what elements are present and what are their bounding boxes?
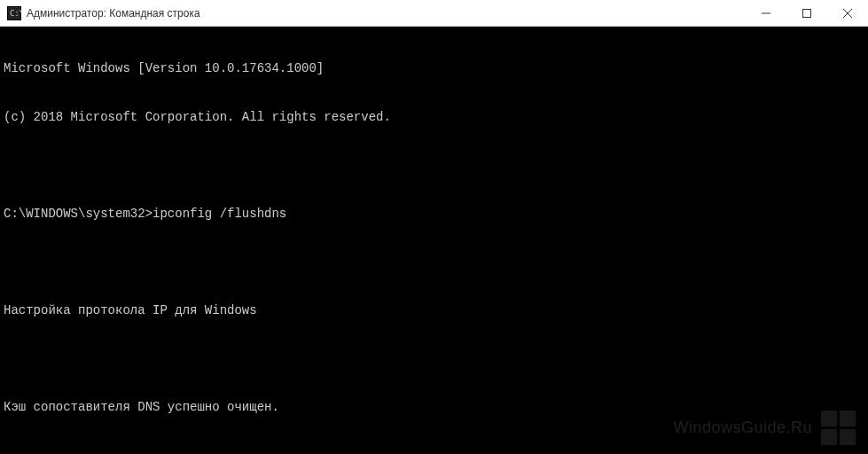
terminal-line bbox=[4, 158, 864, 174]
titlebar[interactable]: C:\ Администратор: Командная строка bbox=[0, 0, 868, 27]
terminal-line bbox=[4, 447, 864, 454]
terminal-line: Кэш сопоставителя DNS успешно очищен. bbox=[4, 399, 864, 415]
watermark-text: WindowsGuide.Ru bbox=[673, 418, 812, 438]
window-controls bbox=[746, 0, 868, 26]
terminal-line: (c) 2018 Microsoft Corporation. All righ… bbox=[4, 109, 864, 125]
svg-rect-4 bbox=[803, 9, 811, 17]
terminal-line bbox=[4, 254, 864, 270]
cmd-icon: C:\ bbox=[7, 6, 21, 20]
terminal-line bbox=[4, 350, 864, 366]
cmd-window: C:\ Администратор: Командная строка Micr… bbox=[0, 0, 868, 454]
terminal-line: C:\WINDOWS\system32>ipconfig /flushdns bbox=[4, 206, 864, 222]
terminal-line: Настройка протокола IP для Windows bbox=[4, 302, 864, 318]
close-button[interactable] bbox=[827, 0, 868, 26]
watermark: WindowsGuide.Ru bbox=[673, 411, 856, 445]
svg-text:C:\: C:\ bbox=[10, 9, 21, 18]
minimize-button[interactable] bbox=[746, 0, 786, 26]
maximize-button[interactable] bbox=[786, 0, 827, 26]
terminal-line: Microsoft Windows [Version 10.0.17634.10… bbox=[4, 60, 864, 76]
window-title: Администратор: Командная строка bbox=[27, 7, 746, 20]
terminal-output[interactable]: Microsoft Windows [Version 10.0.17634.10… bbox=[0, 27, 868, 454]
windows-logo-icon bbox=[821, 411, 856, 445]
